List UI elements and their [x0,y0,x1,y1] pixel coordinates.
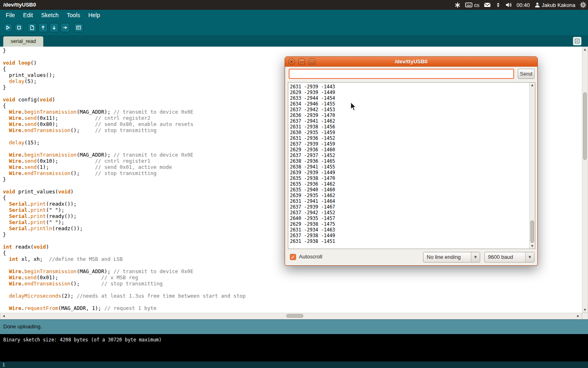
menu-tools[interactable]: Tools [63,10,85,20]
verify-button[interactable] [3,23,13,32]
menu-file[interactable]: File [2,10,19,20]
code-line: Wire.beginTransmission(MAG_ADDR); // tra… [3,268,582,274]
serial-scroll-up-icon[interactable]: ▲ [530,83,535,87]
stop-button[interactable] [14,23,24,32]
serial-output-line: 2637 -2939 -1459 [290,141,528,147]
serial-output-line: 2630 -2935 -1459 [290,130,528,135]
autoscroll-label: Autoscroll [299,254,322,260]
code-line: Wire.requestFrom(MAG_ADDR, 1); // reques… [3,305,582,311]
serial-output-line: 2635 -2938 -1470 [290,175,528,181]
user-name: Jakub Kakona [542,2,575,8]
serial-output-scrollbar[interactable]: ▲ ▼ [529,83,535,249]
line-ending-dropdown[interactable]: No line ending ▼ [423,252,480,263]
serial-monitor-button[interactable] [74,23,83,32]
serial-output-line: 2637 -2942 -1453 [290,107,528,112]
chevron-down-icon[interactable]: ▼ [525,252,534,262]
chevron-down-icon[interactable]: ▼ [471,252,480,262]
window-title: /dev/ttyUSB0 [3,0,36,10]
code-line: } [3,47,582,54]
serial-output-line: 2637 -2937 -1452 [290,153,528,158]
new-sketch-button[interactable] [27,23,37,32]
serial-output-line: 2629 -2938 -1475 [290,221,528,227]
code-line: Wire.send(0x01); // x MSB reg [3,274,582,280]
serial-output-line: 2638 -2941 -1455 [290,164,528,170]
keyboard-layout-indicator[interactable]: cs [465,0,479,10]
serial-output-line: 2631 -2938 -1451 [290,238,528,244]
editor-hscroll-thumb[interactable] [286,314,303,318]
scroll-right-arrow-icon[interactable]: ▶ [576,314,580,318]
indicator-icon[interactable] [454,0,461,10]
serial-output-line: 2639 -2939 -1449 [290,170,528,175]
serial-output-line: 2633 -2944 -1454 [290,95,528,101]
mouse-cursor [350,102,357,112]
serial-output-line: 2631 -2936 -1452 [290,135,528,141]
serial-output-area[interactable]: 2631 -2939 -14432629 -2939 -14492633 -29… [288,82,535,249]
code-line: Wire.endTransmission(); // stop transmit… [3,280,582,287]
tab-menu-button[interactable] [573,37,581,45]
serial-output-line: 2640 -2935 -1457 [290,215,528,221]
line-status-bar: 1 [0,361,588,368]
user-menu[interactable]: Jakub Kakona [535,0,575,10]
volume-icon[interactable] [506,0,512,10]
console-output: Binary sketch size: 4208 bytes (of a 307… [0,334,588,361]
serial-scroll-down-icon[interactable]: ▼ [530,245,535,248]
serial-output-lines: 2631 -2939 -14432629 -2939 -14492633 -29… [288,83,528,249]
serial-output-line: 2635 -2940 -1460 [290,187,528,193]
editor-vertical-scrollbar[interactable]: ▲ ▼ [582,47,588,313]
serial-output-line: 2631 -2934 -1463 [290,227,528,233]
serial-output-line: 2638 -2936 -1465 [290,158,528,164]
serial-output-line: 2635 -2936 -1462 [290,181,528,187]
serial-output-line: 2631 -2938 -1456 [290,124,528,130]
scroll-up-arrow-icon[interactable]: ▲ [582,48,588,51]
gear-icon[interactable] [580,0,586,10]
tab-serial-read[interactable]: serial_read [3,36,43,47]
mail-icon[interactable] [484,0,491,10]
upload-button[interactable] [60,23,70,32]
top-panel: /dev/ttyUSB0 cs 00:40 Jakub Kakona [0,0,588,10]
code-line: delayMicroseconds(2); //needs at least 1… [3,293,582,299]
keyboard-layout-code: cs [474,2,479,8]
serial-output-line: 2637 -2941 -1462 [290,118,528,124]
serial-monitor-title: /dev/ttyUSB0 [285,57,537,67]
line-ending-value: No line ending [427,252,461,262]
serial-output-line: 2631 -2939 -1443 [290,84,528,90]
editor-horizontal-scrollbar[interactable]: ◀ ▶ [0,313,582,319]
scroll-down-arrow-icon[interactable]: ▼ [582,308,588,312]
save-sketch-button[interactable] [49,23,59,32]
menu-bar: File Edit Sketch Tools Help [0,10,588,20]
serial-output-line: 2637 -2939 -1467 [290,204,528,210]
updown-arrows-icon[interactable] [495,0,501,10]
serial-monitor-titlebar[interactable]: ✕ — ▢ /dev/ttyUSB0 [285,57,537,67]
serial-output-line: 2629 -2936 -1460 [290,147,528,153]
menu-help[interactable]: Help [84,10,104,20]
serial-output-line: 2636 -2939 -1470 [290,112,528,118]
editor-vscroll-thumb[interactable] [583,92,587,160]
serial-output-line: 2637 -2938 -1449 [290,233,528,238]
tab-bar: serial_read [0,35,588,47]
serial-monitor-window: ✕ — ▢ /dev/ttyUSB0 Send 2631 -2939 -1443… [285,56,538,266]
system-tray: cs 00:40 Jakub Kakona [454,0,586,10]
baud-rate-value: 9600 baud [488,252,513,262]
menu-edit[interactable]: Edit [19,10,37,20]
serial-send-input[interactable] [289,69,514,79]
serial-output-line: 2639 -2935 -1462 [290,193,528,198]
screen: /dev/ttyUSB0 cs 00:40 Jakub Kakona [0,0,588,368]
code-line [3,287,582,293]
autoscroll-checkbox[interactable]: ✓ [290,254,296,260]
baud-rate-dropdown[interactable]: 9600 baud ▼ [484,252,535,263]
serial-output-line: 2634 -2946 -1455 [290,101,528,107]
menu-sketch[interactable]: Sketch [37,10,63,20]
scroll-left-arrow-icon[interactable]: ◀ [2,314,6,318]
send-button[interactable]: Send [518,69,535,79]
serial-output-line: 2629 -2939 -1449 [290,90,528,95]
serial-output-line: 2631 -2941 -1464 [290,198,528,204]
serial-output-line: 2637 -2942 -1452 [290,210,528,215]
status-strip: Done uploading. [0,319,588,334]
scrollbar-corner [582,313,588,319]
line-number-indicator: 1 [2,362,5,367]
open-sketch-button[interactable] [38,23,48,32]
code-line [3,299,582,305]
clock[interactable]: 00:40 [517,0,530,10]
serial-scroll-thumb[interactable] [530,220,534,243]
status-message: Done uploading. [3,320,42,334]
